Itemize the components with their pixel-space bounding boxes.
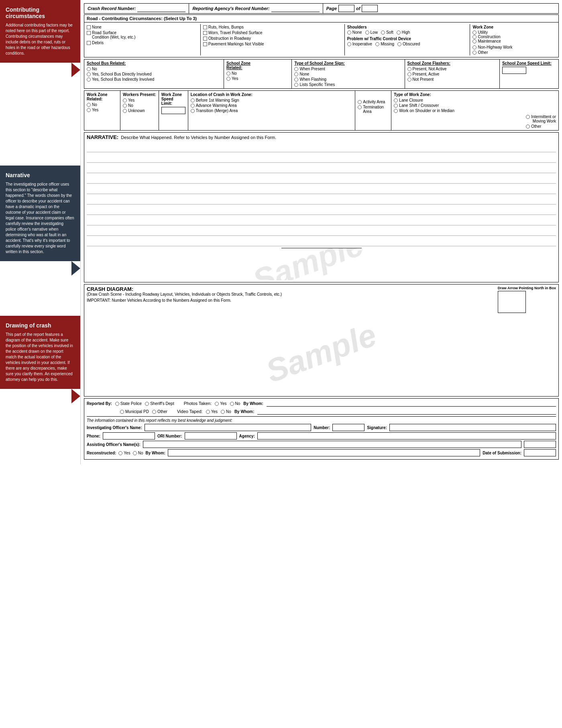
sb-yes-indirect-radio[interactable] <box>87 78 91 82</box>
rb-state-radio[interactable] <box>115 402 119 406</box>
wp-no-radio[interactable] <box>123 104 127 108</box>
narrative-line-4[interactable] <box>87 175 556 184</box>
recon-by-whom-input[interactable] <box>168 449 480 456</box>
wz-other-radio[interactable] <box>472 51 476 55</box>
wz-maintenance[interactable]: Maintenance <box>472 39 556 43</box>
pt-yes-radio[interactable] <box>215 402 219 406</box>
by-whom-input2[interactable] <box>257 408 556 415</box>
wzt-lane-closure-radio[interactable] <box>394 98 398 102</box>
szr-no-radio[interactable] <box>226 72 230 76</box>
sb-no[interactable]: No <box>87 67 221 71</box>
rb-municipal-radio[interactable] <box>120 410 124 414</box>
officer-name-input[interactable] <box>145 424 311 431</box>
tcd-missing-radio[interactable] <box>375 42 379 46</box>
recon-no[interactable]: No <box>133 451 143 455</box>
vt-yes-radio[interactable] <box>206 410 210 414</box>
wz-speed-input[interactable] <box>161 107 185 114</box>
rc-debris[interactable]: Debris <box>87 41 198 45</box>
recon-yes[interactable]: Yes <box>118 451 130 455</box>
loc-advance-radio[interactable] <box>191 104 195 108</box>
wzt-other[interactable]: Other <box>526 124 556 129</box>
loc-transition-radio[interactable] <box>191 109 195 113</box>
rc-none-checkbox[interactable] <box>87 25 91 29</box>
sh-none-radio[interactable] <box>347 31 351 35</box>
rb-state[interactable]: State Police <box>115 401 142 406</box>
sb-yes-indirect[interactable]: Yes, School Bus Indirectly Involved <box>87 77 221 82</box>
rb-sheriff[interactable]: Sheriff's Dept <box>145 401 174 406</box>
loc-activity[interactable]: Activity Area <box>358 100 389 104</box>
phone-input[interactable] <box>103 432 155 440</box>
assisting-input2[interactable] <box>524 441 556 448</box>
sh-soft-radio[interactable] <box>381 31 385 35</box>
rc-worn-checkbox[interactable] <box>203 31 207 35</box>
szf-active[interactable]: Present, Active <box>407 72 497 76</box>
rc-pavement[interactable]: Pavement Markings Not Visible <box>203 42 342 46</box>
page-total-input[interactable] <box>362 5 378 12</box>
wp-yes[interactable]: Yes <box>123 98 156 102</box>
rc-ruts[interactable]: Ruts, Holes, Bumps <box>203 25 342 29</box>
sb-yes-direct[interactable]: Yes, School Bus Directly Involved <box>87 72 221 76</box>
sh-none[interactable]: None <box>347 30 362 35</box>
vt-no[interactable]: No <box>221 409 231 414</box>
loc-termination-radio[interactable] <box>358 105 362 109</box>
officer-number-input[interactable] <box>332 424 364 431</box>
tcd-missing[interactable]: Missing <box>375 42 394 46</box>
rc-debris-checkbox[interactable] <box>87 41 91 45</box>
narrative-line-10[interactable] <box>87 237 556 246</box>
szf-not-present[interactable]: Not Present <box>407 77 497 82</box>
szs-flashing[interactable]: When Flashing <box>294 77 402 82</box>
school-zone-speed-input[interactable] <box>502 67 526 74</box>
wzt-other-radio[interactable] <box>526 125 530 129</box>
recon-yes-radio[interactable] <box>118 451 122 455</box>
rc-obstruction-checkbox[interactable] <box>203 37 207 41</box>
wp-unknown-radio[interactable] <box>123 109 127 113</box>
signature-input[interactable] <box>389 424 556 431</box>
wp-yes-radio[interactable] <box>123 98 127 102</box>
tcd-obscured-radio[interactable] <box>397 42 401 46</box>
loc-activity-radio[interactable] <box>358 100 362 104</box>
sh-low[interactable]: Low <box>365 30 378 35</box>
szs-lists[interactable]: Lists Specific Times <box>294 82 402 87</box>
wzt-lane-shift[interactable]: Lane Shift / Crossover <box>394 103 556 108</box>
rb-other-radio[interactable] <box>152 410 156 414</box>
wz-yes-radio[interactable] <box>87 108 91 112</box>
wz-utility-radio[interactable] <box>472 31 476 35</box>
wzt-intermittent[interactable]: Intermittent orMoving Work <box>526 115 556 123</box>
loc-advance[interactable]: Advance Warning Area <box>191 103 353 108</box>
wzt-shoulder[interactable]: Work on Shoulder or in Median <box>394 108 556 113</box>
crash-record-input[interactable] <box>137 5 185 12</box>
loc-termination[interactable]: TerminationArea <box>358 105 389 114</box>
agency-input[interactable] <box>257 432 556 440</box>
sb-yes-direct-radio[interactable] <box>87 72 91 76</box>
sb-no-radio[interactable] <box>87 67 91 71</box>
wz-nonhighway-radio[interactable] <box>472 45 476 49</box>
tcd-inoperative-radio[interactable] <box>347 42 351 46</box>
pt-no[interactable]: No <box>230 401 240 406</box>
narrative-line-3[interactable] <box>87 164 556 173</box>
ori-input[interactable] <box>185 432 237 440</box>
tcd-obscured[interactable]: Obscured <box>397 42 420 46</box>
sh-high[interactable]: High <box>397 30 410 35</box>
rc-ruts-checkbox[interactable] <box>203 25 207 29</box>
szs-lists-radio[interactable] <box>294 83 298 87</box>
szr-no[interactable]: No <box>226 71 289 76</box>
pt-yes[interactable]: Yes <box>215 401 226 406</box>
wzt-shoulder-radio[interactable] <box>394 109 398 113</box>
wz-construction-radio[interactable] <box>472 35 476 39</box>
szf-not-active[interactable]: Present, Not Active <box>407 67 497 71</box>
szs-none[interactable]: None <box>294 72 402 76</box>
rc-obstruction[interactable]: Obstruction in Roadway <box>203 36 342 41</box>
szs-flashing-radio[interactable] <box>294 78 298 82</box>
pt-no-radio[interactable] <box>230 402 234 406</box>
page-number-input[interactable] <box>338 5 354 12</box>
szf-not-present-radio[interactable] <box>407 78 411 82</box>
rb-other[interactable]: Other <box>152 409 167 414</box>
sh-low-radio[interactable] <box>365 31 369 35</box>
recon-no-radio[interactable] <box>133 451 137 455</box>
wz-yes[interactable]: Yes <box>87 108 118 112</box>
loc-before-radio[interactable] <box>191 98 195 102</box>
wz-utility[interactable]: Utility <box>472 30 556 35</box>
wz-construction[interactable]: Construction <box>472 35 556 39</box>
rc-worn[interactable]: Worn, Travel Polished Surface <box>203 31 342 35</box>
loc-before[interactable]: Before 1st Warning Sign <box>191 98 353 102</box>
